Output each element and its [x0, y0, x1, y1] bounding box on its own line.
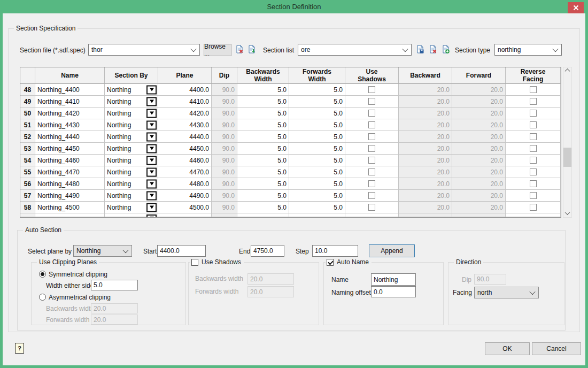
- use-shadows-checkbox[interactable]: [368, 145, 375, 152]
- row-number-cell[interactable]: 58: [20, 202, 35, 213]
- row-number-cell[interactable]: 49: [20, 96, 35, 108]
- row-number-cell[interactable]: 51: [20, 119, 35, 131]
- section-by-cell[interactable]: Northing: [105, 143, 158, 155]
- reverse-facing-checkbox[interactable]: [530, 204, 537, 211]
- asymmetrical-clipping-label[interactable]: Asymmetrical clipping: [49, 293, 111, 302]
- section-by-cell[interactable]: Northing: [105, 131, 158, 143]
- use-shadows-checkbox[interactable]: [191, 259, 198, 266]
- save-section-list-icon[interactable]: [416, 45, 424, 53]
- name-input[interactable]: [371, 273, 416, 286]
- auto-name-header[interactable]: Auto Name: [326, 258, 372, 266]
- plane-cell[interactable]: 4460.0: [158, 155, 212, 166]
- help-icon[interactable]: ?: [15, 343, 24, 354]
- use-shadows-checkbox[interactable]: [368, 121, 375, 128]
- name-cell[interactable]: Northing_4400: [35, 84, 105, 96]
- reverse-facing-checkbox[interactable]: [530, 133, 537, 140]
- name-cell[interactable]: Northing_4450: [35, 143, 105, 155]
- table-scrollbar[interactable]: [563, 67, 572, 218]
- plane-cell[interactable]: 4480.0: [158, 178, 212, 190]
- use-shadows-cell[interactable]: [345, 108, 399, 119]
- row-number-cell[interactable]: 56: [20, 178, 35, 190]
- name-cell[interactable]: Northing_4460: [35, 155, 105, 166]
- reverse-facing-cell[interactable]: [506, 202, 561, 213]
- reverse-facing-cell[interactable]: [506, 178, 561, 190]
- section-by-dropdown-button[interactable]: [146, 179, 157, 188]
- reverse-facing-cell[interactable]: [506, 143, 561, 155]
- forwards-width-cell[interactable]: 5.0: [289, 108, 345, 119]
- reverse-facing-cell[interactable]: [506, 84, 561, 96]
- reverse-facing-checkbox[interactable]: [530, 157, 537, 164]
- forwards-width-cell[interactable]: 5.0: [289, 119, 345, 131]
- plane-cell[interactable]: 4430.0: [158, 119, 212, 131]
- name-cell[interactable]: Northing_4430: [35, 119, 105, 131]
- reverse-facing-checkbox[interactable]: [530, 110, 537, 117]
- use-shadows-checkbox[interactable]: [368, 204, 375, 211]
- section-by-dropdown-button[interactable]: [146, 167, 157, 177]
- reverse-facing-cell[interactable]: [506, 166, 561, 178]
- select-plane-by-combobox[interactable]: Northing: [73, 245, 132, 257]
- scrollbar-thumb[interactable]: [563, 148, 571, 167]
- plane-cell[interactable]: 4400.0: [158, 84, 212, 96]
- add-section-list-icon[interactable]: [442, 45, 450, 53]
- section-by-dropdown-button[interactable]: [146, 191, 157, 200]
- name-cell[interactable]: Northing_4500: [35, 202, 105, 213]
- reverse-facing-checkbox[interactable]: [530, 98, 537, 105]
- row-number-cell[interactable]: 55: [20, 166, 35, 178]
- backwards-width-cell[interactable]: 5.0: [237, 119, 289, 131]
- use-shadows-checkbox[interactable]: [368, 86, 375, 93]
- section-by-cell[interactable]: Northing: [105, 202, 158, 213]
- use-shadows-cell[interactable]: [345, 155, 399, 166]
- scrollbar-up-button[interactable]: [563, 67, 571, 76]
- reverse-facing-cell[interactable]: [506, 108, 561, 119]
- forwards-width-cell[interactable]: 5.0: [289, 202, 345, 213]
- name-cell[interactable]: Northing_4490: [35, 190, 105, 202]
- backwards-width-cell[interactable]: 5.0: [237, 108, 289, 119]
- section-by-dropdown-button[interactable]: [146, 120, 157, 129]
- section-by-dropdown-button[interactable]: [146, 109, 157, 118]
- row-number-cell[interactable]: 48: [20, 84, 35, 96]
- backwards-width-cell[interactable]: 5.0: [237, 143, 289, 155]
- naming-offset-input[interactable]: [371, 286, 416, 297]
- forwards-width-cell[interactable]: 5.0: [289, 155, 345, 166]
- facing-combobox[interactable]: north: [474, 287, 539, 298]
- section-by-cell[interactable]: Northing: [105, 178, 158, 190]
- use-shadows-checkbox[interactable]: [368, 133, 375, 140]
- backwards-width-cell[interactable]: 5.0: [237, 131, 289, 143]
- name-cell[interactable]: Northing_4420: [35, 108, 105, 119]
- section-by-dropdown-button[interactable]: [146, 203, 157, 212]
- plane-cell[interactable]: 4410.0: [158, 96, 212, 108]
- name-cell[interactable]: Northing_4410: [35, 96, 105, 108]
- plane-cell[interactable]: 4470.0: [158, 166, 212, 178]
- forwards-width-cell[interactable]: 5.0: [289, 84, 345, 96]
- backwards-width-cell[interactable]: 5.0: [237, 190, 289, 202]
- end-input[interactable]: [251, 245, 284, 257]
- delete-section-list-icon[interactable]: [429, 45, 437, 53]
- section-by-dropdown-button[interactable]: [146, 144, 157, 153]
- step-input[interactable]: [312, 245, 358, 257]
- name-cell[interactable]: Northing_4480: [35, 178, 105, 190]
- use-shadows-checkbox[interactable]: [368, 180, 375, 187]
- reverse-facing-cell[interactable]: [506, 155, 561, 166]
- section-by-cell[interactable]: Northing: [105, 190, 158, 202]
- section-by-dropdown-button[interactable]: [146, 97, 157, 106]
- forwards-width-cell[interactable]: 5.0: [289, 143, 345, 155]
- plane-cell[interactable]: 4450.0: [158, 143, 212, 155]
- backwards-width-cell[interactable]: 5.0: [237, 178, 289, 190]
- reverse-facing-cell[interactable]: [506, 96, 561, 108]
- close-button[interactable]: [568, 2, 584, 13]
- import-spec-file-icon[interactable]: [247, 45, 256, 53]
- plane-cell[interactable]: 4440.0: [158, 131, 212, 143]
- cancel-button[interactable]: Cancel: [532, 342, 581, 355]
- use-shadows-cell[interactable]: [345, 131, 399, 143]
- section-by-cell[interactable]: Northing: [105, 119, 158, 131]
- backwards-width-cell[interactable]: 5.0: [237, 202, 289, 213]
- browse-button[interactable]: Browse ...: [204, 44, 231, 56]
- append-button[interactable]: Append: [369, 244, 415, 257]
- section-by-dropdown-button[interactable]: [146, 85, 157, 94]
- row-number-cell[interactable]: 50: [20, 108, 35, 119]
- section-type-combobox[interactable]: northing: [494, 44, 562, 56]
- forwards-width-cell[interactable]: 5.0: [289, 178, 345, 190]
- auto-name-label[interactable]: Auto Name: [337, 258, 369, 266]
- reverse-facing-checkbox[interactable]: [530, 86, 537, 93]
- use-shadows-label[interactable]: Use Shadows: [202, 258, 241, 266]
